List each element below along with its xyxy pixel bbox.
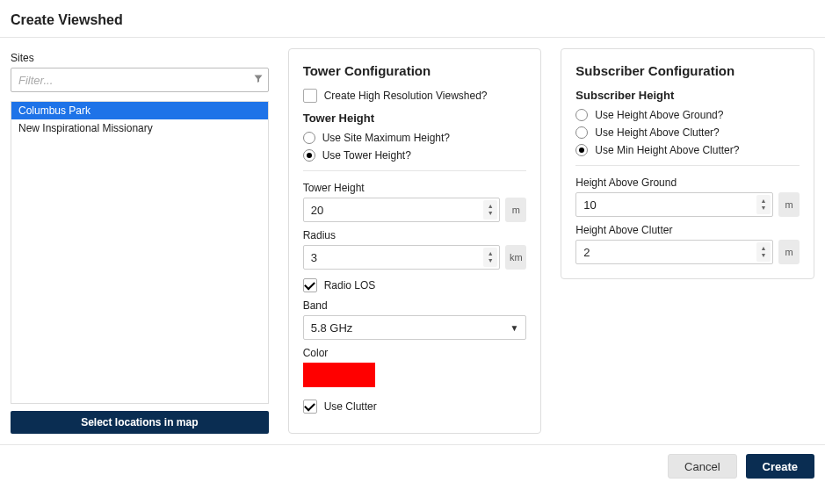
- sites-list[interactable]: Columbus Park New Inspirational Missiona…: [11, 101, 269, 404]
- radio-los-label: Radio LOS: [324, 279, 376, 292]
- hag-value: 10: [583, 198, 596, 212]
- radio-min-height-above-clutter[interactable]: [575, 144, 588, 156]
- radio-height-above-clutter[interactable]: [575, 126, 588, 139]
- site-item-columbus-park[interactable]: Columbus Park: [11, 102, 268, 119]
- tower-panel-title: Tower Configuration: [303, 63, 527, 78]
- subscriber-height-section: Subscriber Height: [575, 89, 800, 102]
- divider: [303, 170, 527, 171]
- radius-value: 3: [311, 251, 317, 264]
- create-button[interactable]: Create: [746, 454, 814, 479]
- radio-site-max[interactable]: [303, 132, 315, 144]
- divider: [575, 165, 800, 166]
- sites-filter-input[interactable]: [11, 68, 269, 92]
- hag-input[interactable]: 10 ▲▼: [575, 192, 773, 217]
- radio-height-above-ground-label: Use Height Above Ground?: [595, 109, 723, 121]
- chevron-down-icon: ▼: [510, 323, 518, 333]
- radius-unit: km: [505, 245, 526, 270]
- radio-tower-height-label: Use Tower Height?: [322, 149, 411, 162]
- radio-min-height-above-clutter-label: Use Min Height Above Clutter?: [595, 144, 739, 156]
- hac-unit: m: [778, 240, 800, 264]
- high-res-label: Create High Resolution Viewshed?: [324, 90, 488, 102]
- color-field-label: Color: [303, 347, 527, 359]
- site-item-new-inspirational[interactable]: New Inspirational Missionary: [11, 119, 268, 137]
- hac-input[interactable]: 2 ▲▼: [575, 240, 773, 264]
- tower-height-field-label: Tower Height: [303, 182, 527, 194]
- select-locations-button[interactable]: Select locations in map: [11, 411, 269, 434]
- band-value: 5.8 GHz: [311, 321, 353, 335]
- dialog-title: Create Viewshed: [0, 0, 825, 37]
- sites-label: Sites: [11, 52, 269, 64]
- hag-unit: m: [778, 192, 800, 217]
- color-swatch[interactable]: [303, 363, 375, 387]
- use-clutter-checkbox[interactable]: [303, 400, 317, 414]
- radio-height-above-ground[interactable]: [575, 109, 588, 121]
- tower-height-unit: m: [505, 198, 526, 222]
- tower-height-value: 20: [311, 204, 323, 217]
- use-clutter-label: Use Clutter: [324, 400, 377, 413]
- spinner-arrows-icon[interactable]: ▲▼: [483, 248, 497, 267]
- radius-field-label: Radius: [303, 229, 527, 241]
- spinner-arrows-icon[interactable]: ▲▼: [483, 200, 497, 220]
- hag-field-label: Height Above Ground: [575, 176, 800, 189]
- radio-tower-height[interactable]: [303, 149, 315, 162]
- tower-height-section: Tower Height: [303, 112, 527, 125]
- spinner-arrows-icon[interactable]: ▲▼: [756, 242, 771, 262]
- radius-input[interactable]: 3 ▲▼: [303, 245, 501, 270]
- band-field-label: Band: [303, 299, 527, 312]
- radio-height-above-clutter-label: Use Height Above Clutter?: [595, 126, 719, 139]
- radio-site-max-label: Use Site Maximum Height?: [322, 132, 450, 144]
- tower-height-input[interactable]: 20 ▲▼: [303, 198, 501, 222]
- filter-icon: [253, 74, 264, 87]
- cancel-button[interactable]: Cancel: [668, 454, 736, 479]
- band-select[interactable]: 5.8 GHz ▼: [303, 315, 527, 340]
- hac-field-label: Height Above Clutter: [575, 224, 800, 236]
- subscriber-panel-title: Subscriber Configuration: [575, 63, 800, 78]
- spinner-arrows-icon[interactable]: ▲▼: [756, 195, 771, 214]
- radio-los-checkbox[interactable]: [303, 278, 317, 292]
- high-res-checkbox[interactable]: [303, 89, 317, 103]
- hac-value: 2: [583, 246, 590, 259]
